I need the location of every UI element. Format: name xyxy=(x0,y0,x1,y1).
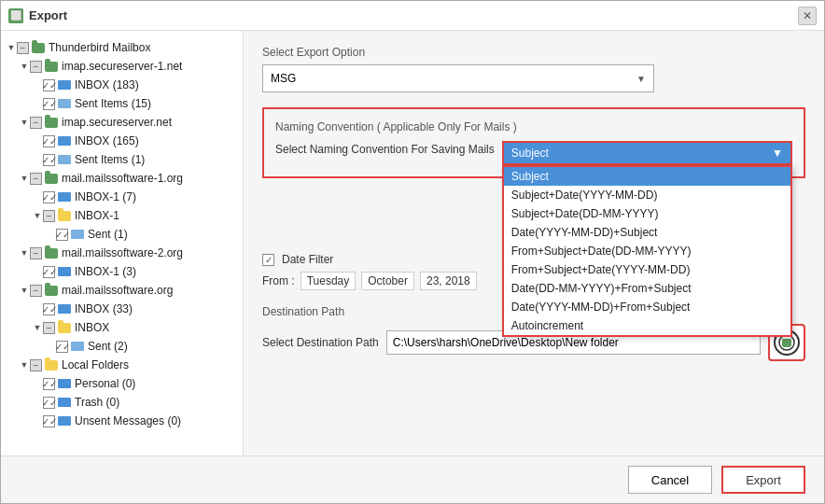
folder-green-icon xyxy=(31,42,46,53)
tree-checkbox[interactable]: ✓ xyxy=(56,341,68,353)
tree-checkbox[interactable]: ✓ xyxy=(43,397,55,409)
naming-option-autoincrement[interactable]: Autoincrement xyxy=(504,316,790,335)
naming-option-from-subject-date-yyyy-mm-dd-[interactable]: From+Subject+Date(YYYY-MM-DD) xyxy=(504,260,790,279)
tree-item-label: Unsent Messages (0) xyxy=(75,414,181,427)
mail-icon xyxy=(57,79,72,91)
expand-arrow-icon xyxy=(33,304,42,314)
export-format-select[interactable]: MSG ▼ xyxy=(262,64,654,92)
tree-checkbox[interactable]: ✓ xyxy=(43,378,55,390)
tree-checkbox[interactable]: ✓ xyxy=(56,229,68,241)
tree-item-personal[interactable]: ✓Personal (0) xyxy=(5,374,239,393)
tree-checkbox[interactable]: ✓ xyxy=(43,79,55,91)
naming-option-date-yyyy-mm-dd--subject[interactable]: Date(YYYY-MM-DD)+Subject xyxy=(504,223,790,242)
naming-option-subject-date-yyyy-mm-dd-[interactable]: Subject+Date(YYYY-MM-DD) xyxy=(504,186,790,204)
export-button[interactable]: Export xyxy=(721,466,805,494)
tree-item-inbox2[interactable]: ✓INBOX (165) xyxy=(5,132,239,150)
tree-item-label: mail.mailssoftware-1.org xyxy=(62,172,183,185)
tree-item-inbox3[interactable]: ✓INBOX-1 (7) xyxy=(5,188,239,206)
expand-arrow-icon xyxy=(33,416,42,426)
sent-icon xyxy=(70,229,85,240)
expand-arrow-icon: ▼ xyxy=(20,118,29,127)
tree-item-server3[interactable]: ▼−mail.mailssoftware-1.org xyxy=(5,169,239,188)
expand-arrow-icon xyxy=(33,155,42,164)
naming-option-subject-date-dd-mm-yyyy-[interactable]: Subject+Date(DD-MM-YYYY) xyxy=(504,204,790,223)
tree-checkbox[interactable]: ✓ xyxy=(43,135,55,147)
tree-item-unsent[interactable]: ✓Unsent Messages (0) xyxy=(5,412,239,430)
tree-checkbox[interactable]: − xyxy=(30,285,42,297)
tree-item-sent2[interactable]: ✓Sent Items (1) xyxy=(5,150,239,169)
tree-checkbox[interactable]: − xyxy=(43,322,55,334)
naming-option-date-yyyy-mm-dd--from-subject[interactable]: Date(YYYY-MM-DD)+From+Subject xyxy=(504,298,790,316)
tree-item-label: INBOX (33) xyxy=(75,302,133,315)
expand-arrow-icon xyxy=(33,192,42,202)
tree-checkbox[interactable]: − xyxy=(30,117,42,129)
date-from-month: October xyxy=(361,272,414,290)
naming-option-subject[interactable]: Subject xyxy=(504,167,790,186)
expand-arrow-icon xyxy=(33,136,42,146)
cancel-button[interactable]: Cancel xyxy=(628,466,712,494)
export-option-section: Select Export Option MSG ▼ xyxy=(262,46,805,92)
title-bar: ⬜ Export ✕ xyxy=(1,1,824,31)
tree-item-sent3[interactable]: ✓Sent (1) xyxy=(5,225,239,244)
folder-icon xyxy=(57,322,72,333)
naming-option-date-dd-mm-yyyy--from-subject[interactable]: Date(DD-MM-YYYY)+From+Subject xyxy=(504,279,790,298)
tree-item-label: INBOX xyxy=(75,321,109,334)
naming-selected-value: Subject xyxy=(511,147,549,160)
tree-checkbox[interactable]: − xyxy=(30,61,42,73)
tree-item-label: INBOX (183) xyxy=(75,78,139,91)
folder-green-icon xyxy=(44,173,59,184)
naming-dropdown-list: SubjectSubject+Date(YYYY-MM-DD)Subject+D… xyxy=(502,165,792,337)
expand-arrow-icon: ▼ xyxy=(20,286,29,295)
mail-icon xyxy=(57,415,72,427)
tree-item-inbox3b[interactable]: ▼−INBOX-1 xyxy=(5,206,239,225)
expand-arrow-icon xyxy=(33,379,42,388)
tree-item-server2[interactable]: ▼−imap.secureserver.net xyxy=(5,113,239,132)
expand-arrow-icon xyxy=(33,398,42,407)
tree-checkbox[interactable]: ✓ xyxy=(43,266,55,278)
tree-item-root[interactable]: ▼−Thunderbird Mailbox xyxy=(5,38,239,57)
tree-item-trash[interactable]: ✓Trash (0) xyxy=(5,393,239,412)
expand-arrow-icon: ▼ xyxy=(7,43,16,52)
tree-checkbox[interactable]: ✓ xyxy=(43,191,55,203)
tree-item-inbox1[interactable]: ✓INBOX (183) xyxy=(5,76,239,94)
expand-arrow-icon xyxy=(33,80,42,90)
tree-checkbox[interactable]: − xyxy=(17,42,29,54)
right-panel: Select Export Option MSG ▼ Naming Conven… xyxy=(244,31,824,455)
tree-checkbox[interactable]: − xyxy=(30,359,42,371)
tree-item-sent1[interactable]: ✓Sent Items (15) xyxy=(5,94,239,113)
naming-convention-select[interactable]: Subject ▼ xyxy=(502,141,792,165)
close-button[interactable]: ✕ xyxy=(798,7,817,25)
tree-item-inbox5[interactable]: ✓INBOX (33) xyxy=(5,300,239,318)
naming-dropdown-container: Subject ▼ SubjectSubject+Date(YYYY-MM-DD… xyxy=(502,141,792,165)
tree-checkbox[interactable]: ✓ xyxy=(43,415,55,427)
tree-item-sent5[interactable]: ✓Sent (2) xyxy=(5,337,239,356)
naming-option-from-subject-date-dd-mm-yyyy-[interactable]: From+Subject+Date(DD-MM-YYYY) xyxy=(504,242,790,260)
app-icon: ⬜ xyxy=(8,8,23,23)
mail-icon xyxy=(57,135,72,147)
tree-checkbox[interactable]: − xyxy=(43,210,55,222)
tree-item-inbox5b[interactable]: ▼−INBOX xyxy=(5,318,239,337)
folder-green-icon xyxy=(44,61,59,72)
tree-item-server1[interactable]: ▼−imap.secureserver-1.net xyxy=(5,57,239,76)
tree-item-label: Sent Items (1) xyxy=(75,153,145,166)
date-from-day: Tuesday xyxy=(301,272,357,290)
date-from-label: From : xyxy=(262,274,295,287)
tree-item-server4[interactable]: ▼−mail.mailssoftware-2.org xyxy=(5,244,239,262)
tree-checkbox[interactable]: − xyxy=(30,247,42,259)
tree-checkbox[interactable]: − xyxy=(30,173,42,185)
tree-checkbox[interactable]: ✓ xyxy=(43,303,55,315)
mail-icon xyxy=(57,191,72,203)
expand-arrow-icon xyxy=(46,342,55,351)
tree-checkbox[interactable]: ✓ xyxy=(43,154,55,166)
tree-checkbox[interactable]: ✓ xyxy=(43,98,55,110)
footer: Cancel Export xyxy=(1,455,824,503)
date-filter-checkbox[interactable] xyxy=(262,254,274,266)
naming-convention-title: Naming Convention ( Applicable Only For … xyxy=(275,120,792,133)
tree-item-local[interactable]: ▼−Local Folders xyxy=(5,356,239,374)
naming-arrow-icon: ▼ xyxy=(772,147,783,160)
tree-item-server5[interactable]: ▼−mail.mailssoftware.org xyxy=(5,281,239,300)
folder-icon xyxy=(44,359,59,371)
folder-green-icon xyxy=(44,247,59,259)
tree-item-inbox4[interactable]: ✓INBOX-1 (3) xyxy=(5,262,239,281)
expand-arrow-icon xyxy=(33,99,42,108)
